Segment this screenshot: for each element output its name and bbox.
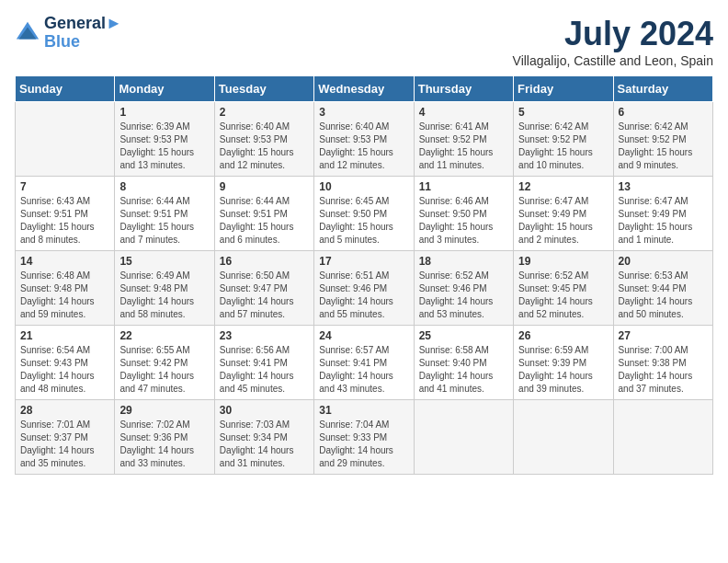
calendar-cell [16,102,115,177]
calendar-cell: 18 Sunrise: 6:52 AMSunset: 9:46 PMDaylig… [414,251,513,326]
day-info: Sunrise: 6:46 AMSunset: 9:50 PMDaylight:… [419,195,508,247]
logo: General► Blue [15,15,122,52]
day-info: Sunrise: 6:45 AMSunset: 9:50 PMDaylight:… [319,195,408,247]
day-info: Sunrise: 6:42 AMSunset: 9:52 PMDaylight:… [619,121,708,172]
calendar-cell: 15 Sunrise: 6:49 AMSunset: 9:48 PMDaylig… [115,251,214,326]
calendar-cell: 3 Sunrise: 6:40 AMSunset: 9:53 PMDayligh… [314,102,414,177]
day-info: Sunrise: 6:56 AMSunset: 9:41 PMDaylight:… [220,344,309,396]
day-info: Sunrise: 6:49 AMSunset: 9:48 PMDaylight:… [119,270,209,321]
day-number: 5 [518,106,608,119]
calendar-cell: 8 Sunrise: 6:44 AMSunset: 9:51 PMDayligh… [115,177,214,251]
calendar-cell: 2 Sunrise: 6:40 AMSunset: 9:53 PMDayligh… [214,102,313,177]
day-number: 27 [619,329,708,342]
day-number: 10 [319,180,408,193]
calendar-table: SundayMondayTuesdayWednesdayThursdayFrid… [15,75,713,475]
col-header-saturday: Saturday [613,76,712,102]
col-header-friday: Friday [514,76,613,102]
day-number: 18 [419,255,508,268]
calendar-cell: 5 Sunrise: 6:42 AMSunset: 9:52 PMDayligh… [514,102,613,177]
day-number: 13 [619,180,708,193]
day-number: 1 [119,106,209,119]
day-info: Sunrise: 6:47 AMSunset: 9:49 PMDaylight:… [518,195,608,247]
calendar-cell: 25 Sunrise: 6:58 AMSunset: 9:40 PMDaylig… [414,326,513,400]
day-info: Sunrise: 6:40 AMSunset: 9:53 PMDaylight:… [319,121,408,172]
col-header-tuesday: Tuesday [214,76,313,102]
day-number: 29 [119,404,209,417]
calendar-cell: 19 Sunrise: 6:52 AMSunset: 9:45 PMDaylig… [514,251,613,326]
page-header: General► Blue July 2024 Villagalijo, Cas… [15,15,713,68]
day-info: Sunrise: 6:55 AMSunset: 9:42 PMDaylight:… [119,344,209,396]
day-info: Sunrise: 7:03 AMSunset: 9:34 PMDaylight:… [220,419,309,470]
month-title: July 2024 [513,15,713,53]
calendar-cell: 16 Sunrise: 6:50 AMSunset: 9:47 PMDaylig… [214,251,313,326]
calendar-cell: 20 Sunrise: 6:53 AMSunset: 9:44 PMDaylig… [613,251,712,326]
logo-text: General► Blue [44,15,122,52]
day-info: Sunrise: 6:43 AMSunset: 9:51 PMDaylight:… [20,195,109,247]
calendar-cell: 11 Sunrise: 6:46 AMSunset: 9:50 PMDaylig… [414,177,513,251]
calendar-cell: 6 Sunrise: 6:42 AMSunset: 9:52 PMDayligh… [613,102,712,177]
day-number: 31 [319,404,408,417]
day-number: 6 [619,106,708,119]
calendar-cell [514,400,613,475]
day-info: Sunrise: 6:44 AMSunset: 9:51 PMDaylight:… [220,195,309,247]
day-info: Sunrise: 6:58 AMSunset: 9:40 PMDaylight:… [419,344,508,396]
day-number: 7 [20,180,109,193]
title-block: July 2024 Villagalijo, Castille and Leon… [513,15,713,68]
day-number: 11 [419,180,508,193]
day-info: Sunrise: 6:50 AMSunset: 9:47 PMDaylight:… [220,270,309,321]
col-header-thursday: Thursday [414,76,513,102]
day-info: Sunrise: 6:52 AMSunset: 9:45 PMDaylight:… [518,270,608,321]
calendar-cell: 29 Sunrise: 7:02 AMSunset: 9:36 PMDaylig… [115,400,214,475]
calendar-cell: 28 Sunrise: 7:01 AMSunset: 9:37 PMDaylig… [16,400,115,475]
day-number: 3 [319,106,408,119]
calendar-cell: 23 Sunrise: 6:56 AMSunset: 9:41 PMDaylig… [214,326,313,400]
calendar-cell: 9 Sunrise: 6:44 AMSunset: 9:51 PMDayligh… [214,177,313,251]
day-number: 22 [119,329,209,342]
col-header-wednesday: Wednesday [314,76,414,102]
logo-icon [15,20,40,46]
calendar-cell: 7 Sunrise: 6:43 AMSunset: 9:51 PMDayligh… [16,177,115,251]
col-header-monday: Monday [115,76,214,102]
day-number: 2 [220,106,309,119]
day-number: 20 [619,255,708,268]
day-info: Sunrise: 6:54 AMSunset: 9:43 PMDaylight:… [20,344,109,396]
day-info: Sunrise: 7:04 AMSunset: 9:33 PMDaylight:… [319,419,408,470]
calendar-cell: 17 Sunrise: 6:51 AMSunset: 9:46 PMDaylig… [314,251,414,326]
day-info: Sunrise: 6:52 AMSunset: 9:46 PMDaylight:… [419,270,508,321]
day-info: Sunrise: 7:02 AMSunset: 9:36 PMDaylight:… [119,419,209,470]
day-info: Sunrise: 6:51 AMSunset: 9:46 PMDaylight:… [319,270,408,321]
day-info: Sunrise: 6:40 AMSunset: 9:53 PMDaylight:… [220,121,309,172]
day-info: Sunrise: 6:57 AMSunset: 9:41 PMDaylight:… [319,344,408,396]
day-number: 9 [220,180,309,193]
calendar-cell: 1 Sunrise: 6:39 AMSunset: 9:53 PMDayligh… [115,102,214,177]
calendar-cell: 13 Sunrise: 6:47 AMSunset: 9:49 PMDaylig… [613,177,712,251]
location-subtitle: Villagalijo, Castille and Leon, Spain [513,53,713,68]
day-number: 14 [20,255,109,268]
calendar-cell: 26 Sunrise: 6:59 AMSunset: 9:39 PMDaylig… [514,326,613,400]
day-number: 30 [220,404,309,417]
calendar-cell: 21 Sunrise: 6:54 AMSunset: 9:43 PMDaylig… [16,326,115,400]
day-info: Sunrise: 6:41 AMSunset: 9:52 PMDaylight:… [419,121,508,172]
day-number: 28 [20,404,109,417]
col-header-sunday: Sunday [16,76,115,102]
day-info: Sunrise: 6:44 AMSunset: 9:51 PMDaylight:… [119,195,209,247]
day-info: Sunrise: 6:47 AMSunset: 9:49 PMDaylight:… [619,195,708,247]
day-number: 17 [319,255,408,268]
day-number: 21 [20,329,109,342]
day-number: 19 [518,255,608,268]
calendar-cell: 31 Sunrise: 7:04 AMSunset: 9:33 PMDaylig… [314,400,414,475]
day-number: 16 [220,255,309,268]
day-info: Sunrise: 7:01 AMSunset: 9:37 PMDaylight:… [20,419,109,470]
calendar-cell: 30 Sunrise: 7:03 AMSunset: 9:34 PMDaylig… [214,400,313,475]
calendar-cell: 12 Sunrise: 6:47 AMSunset: 9:49 PMDaylig… [514,177,613,251]
day-number: 8 [119,180,209,193]
calendar-cell [613,400,712,475]
day-number: 26 [518,329,608,342]
day-info: Sunrise: 6:42 AMSunset: 9:52 PMDaylight:… [518,121,608,172]
day-number: 12 [518,180,608,193]
day-number: 24 [319,329,408,342]
calendar-cell: 22 Sunrise: 6:55 AMSunset: 9:42 PMDaylig… [115,326,214,400]
calendar-cell: 27 Sunrise: 7:00 AMSunset: 9:38 PMDaylig… [613,326,712,400]
calendar-cell: 10 Sunrise: 6:45 AMSunset: 9:50 PMDaylig… [314,177,414,251]
day-info: Sunrise: 7:00 AMSunset: 9:38 PMDaylight:… [619,344,708,396]
